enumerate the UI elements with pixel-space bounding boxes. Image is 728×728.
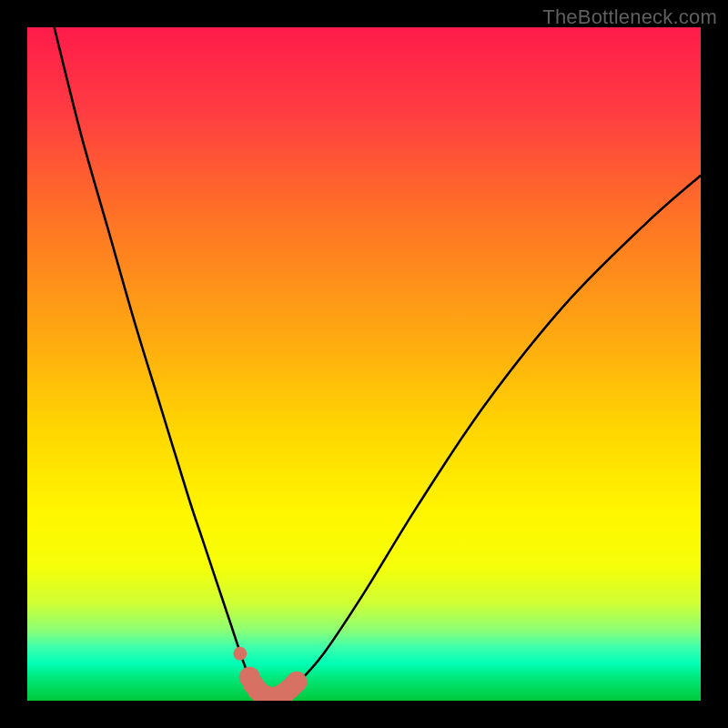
bottleneck-curve — [27, 27, 701, 701]
plot-area — [27, 27, 701, 701]
optimal-range-markers — [239, 667, 308, 701]
isolated-marker — [233, 647, 247, 661]
optimal-marker — [287, 672, 308, 693]
curve-path — [55, 27, 701, 698]
watermark-text: TheBottleneck.com — [542, 5, 717, 29]
